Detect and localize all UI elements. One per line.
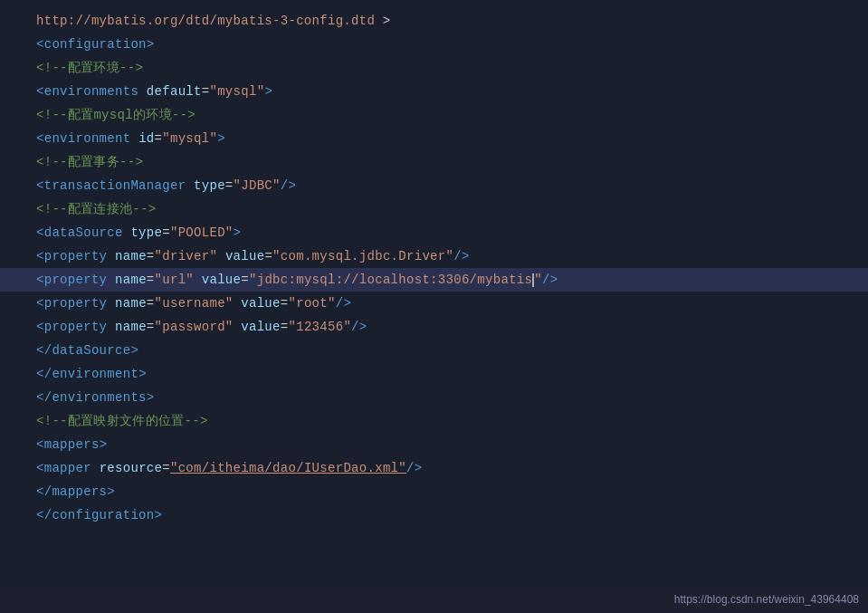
line-content-10: <dataSource type="POOLED"> [32,225,859,240]
line-content-3: <!--配置环境--> [32,60,859,76]
code-line-12: <property name="url" value="jdbc:mysql:/… [0,268,868,292]
code-line-18: <!--配置映射文件的位置--> [0,409,868,433]
code-line-11: <property name="driver" value="com.mysql… [0,244,868,268]
code-line-15: </dataSource> [0,339,868,362]
line-content-11: <property name="driver" value="com.mysql… [32,249,859,263]
line-content-4: <environments default="mysql"> [32,84,859,99]
line-content-17: </environments> [32,390,859,405]
line-content-5: <!--配置mysql的环境--> [32,107,859,123]
code-line-8: <transactionManager type="JDBC"/> [0,174,868,197]
code-line-10: <dataSource type="POOLED"> [0,221,868,244]
code-line-4: <environments default="mysql"> [0,80,868,103]
code-line-14: <property name="password" value="123456"… [0,315,868,339]
line-content-13: <property name="username" value="root"/> [32,296,859,311]
code-line-5: <!--配置mysql的环境--> [0,103,868,127]
code-line-16: </environment> [0,362,868,386]
code-line-6: <environment id="mysql"> [0,127,868,150]
code-line-1: http://mybatis.org/dtd/mybatis-3-config.… [0,9,868,33]
line-content-9: <!--配置连接池--> [32,201,859,217]
line-content-20: <mapper resource="com/itheima/dao/IUserD… [32,461,859,475]
code-line-9: <!--配置连接池--> [0,197,868,221]
line-content-2: <configuration> [32,37,859,52]
line-content-7: <!--配置事务--> [32,154,859,170]
code-line-2: <configuration> [0,33,868,56]
line-content-16: </environment> [32,367,859,381]
code-line-19: <mappers> [0,433,868,456]
line-content-21: </mappers> [32,484,859,499]
code-line-22: </configuration> [0,503,868,527]
line-content-15: </dataSource> [32,343,859,358]
line-content-18: <!--配置映射文件的位置--> [32,413,859,429]
code-line-3: <!--配置环境--> [0,56,868,80]
line-content-14: <property name="password" value="123456"… [32,320,859,334]
code-area[interactable]: http://mybatis.org/dtd/mybatis-3-config.… [0,0,868,588]
code-line-20: <mapper resource="com/itheima/dao/IUserD… [0,456,868,480]
code-line-17: </environments> [0,386,868,409]
code-line-7: <!--配置事务--> [0,150,868,174]
watermark: https://blog.csdn.net/weixin_43964408 [674,593,859,606]
line-content-12: <property name="url" value="jdbc:mysql:/… [32,273,859,287]
code-line-21: </mappers> [0,480,868,503]
line-content-22: </configuration> [32,508,859,522]
line-content-6: <environment id="mysql"> [32,131,859,146]
code-editor: http://mybatis.org/dtd/mybatis-3-config.… [0,0,868,613]
line-content-8: <transactionManager type="JDBC"/> [32,178,859,193]
line-content-19: <mappers> [32,437,859,452]
line-content-1: http://mybatis.org/dtd/mybatis-3-config.… [32,14,859,28]
code-line-13: <property name="username" value="root"/> [0,292,868,315]
